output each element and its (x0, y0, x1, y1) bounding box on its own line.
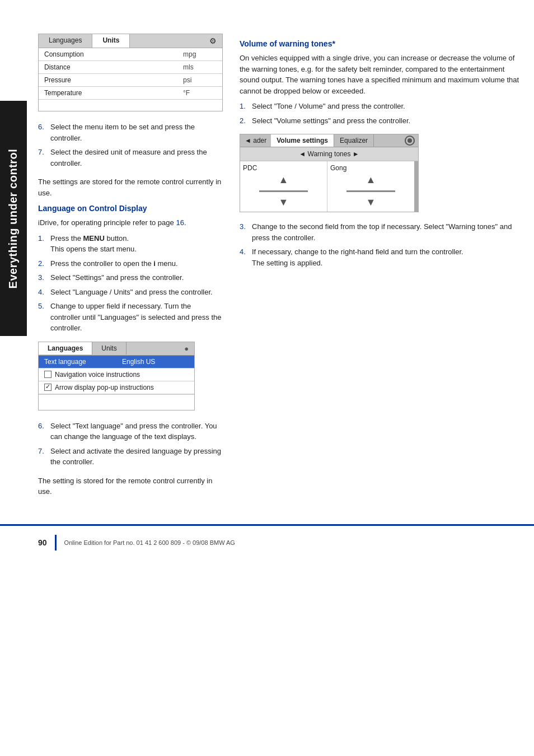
step-text-2: Press the controller to open the i menu. (50, 258, 223, 269)
para-idrive: iDrive, for operating principle refer to… (38, 217, 223, 228)
step-1: 1. Press the MENU button.This opens the … (38, 233, 223, 255)
vol-col-gong: Gong ▲ ▼ (327, 161, 414, 212)
vol-step-num-4: 4. (240, 246, 252, 268)
gong-slider[interactable] (346, 190, 395, 192)
volume-widget: ◄ ader Volume settings Equalizer ◄ Warni… (240, 134, 419, 212)
tab-languages[interactable]: Languages (39, 34, 92, 48)
step-num-5: 5. (38, 301, 50, 334)
gong-down-arrow[interactable]: ▼ (366, 197, 376, 208)
pdc-down-arrow[interactable]: ▼ (279, 197, 289, 208)
step-num-2: 2. (38, 258, 50, 269)
nav-voice-checkbox[interactable] (44, 371, 51, 378)
arrow-display-label: Arrow display pop-up instructions (55, 384, 154, 391)
vol-step-text-3: Change to the second field from the top … (252, 221, 523, 243)
vol-tab-equalizer[interactable]: Equalizer (334, 134, 374, 147)
gong-up-arrow[interactable]: ▲ (366, 174, 376, 186)
left-column: Languages Units ⚙ Consumption mpg Distan… (38, 34, 223, 502)
vol-step-num-3: 3. (240, 221, 252, 243)
lang-row-text-language: Text language English US (39, 356, 194, 368)
step-text-7: Select the desired unit of measure and p… (50, 147, 223, 169)
tab-units[interactable]: Units (92, 34, 130, 48)
step-text-1: Press the MENU button.This opens the sta… (50, 233, 223, 255)
step-lang-num-7: 7. (38, 446, 50, 468)
nav-voice-label: Navigation voice instructions (55, 371, 140, 379)
pdc-label: PDC (243, 164, 257, 172)
vol-step-3: 3. Change to the second field from the t… (240, 221, 523, 243)
step-4: 4. Select "Language / Units" and press t… (38, 287, 223, 298)
para-volume: On vehicles equipped with a single drive… (240, 53, 523, 96)
footer: 90 Online Edition for Part no. 01 41 2 6… (0, 524, 534, 559)
step-num-1: 1. (38, 233, 50, 255)
vol-step-text-1: Select "Tone / Volume" and press the con… (252, 101, 523, 112)
vol-step-text-4: If necessary, change to the right-hand f… (252, 246, 523, 268)
units-widget-header: Languages Units ⚙ (39, 34, 222, 48)
right-column: Volume of warning tones* On vehicles equ… (240, 34, 523, 502)
vol-step-1: 1. Select "Tone / Volume" and press the … (240, 101, 523, 112)
page-number: 90 (38, 538, 47, 547)
units-widget: Languages Units ⚙ Consumption mpg Distan… (38, 34, 223, 111)
bullet-icon: ● (179, 342, 194, 355)
vol-step-num-2: 2. (240, 115, 252, 127)
vol-tab-volume-settings[interactable]: Volume settings (271, 134, 334, 147)
step-3: 3. Select "Settings" and press the contr… (38, 272, 223, 283)
step-num-6: 6. (38, 122, 50, 143)
vol-back-button[interactable]: ◄ ader (240, 134, 271, 147)
arrow-display-checkbox[interactable] (44, 384, 51, 391)
step-lang-7: 7. Select and activate the desired langu… (38, 446, 223, 468)
step-lang-text-7: Select and activate the desired language… (50, 446, 223, 468)
table-row: Distance mls (39, 61, 222, 74)
pdc-up-arrow[interactable]: ▲ (279, 174, 289, 186)
pdc-slider[interactable] (259, 190, 308, 192)
step-5: 5. Change to upper field if necessary. T… (38, 301, 223, 334)
vol-step-num-1: 1. (240, 101, 252, 112)
step-num-3: 3. (38, 272, 50, 283)
step-text-6: Select the menu item to be set and press… (50, 122, 223, 143)
lang-tab-languages[interactable]: Languages (39, 342, 92, 354)
para-stored: The settings are stored for the remote c… (38, 176, 223, 198)
page-link[interactable]: 16 (176, 218, 184, 227)
footer-text: Online Edition for Part no. 01 41 2 600 … (64, 539, 235, 546)
vol-step-2: 2. Select "Volume settings" and press th… (240, 115, 523, 127)
vol-icon (405, 136, 415, 146)
vol-step-text-2: Select "Volume settings" and press the c… (252, 115, 523, 127)
step-text-3: Select "Settings" and press the controll… (50, 272, 223, 283)
steps-lang-6-7: 6. Select "Text language" and press the … (38, 421, 223, 468)
table-row: Consumption mpg (39, 48, 222, 61)
step-2: 2. Press the controller to open the i me… (38, 258, 223, 269)
step-lang-num-6: 6. (38, 421, 50, 442)
vol-step-4: 4. If necessary, change to the right-han… (240, 246, 523, 268)
step-lang-text-6: Select "Text language" and press the con… (50, 421, 223, 442)
step-6: 6. Select the menu item to be set and pr… (38, 122, 223, 143)
section-heading-volume: Volume of warning tones* (240, 39, 523, 48)
gong-label: Gong (330, 164, 346, 172)
lang-tab-units[interactable]: Units (92, 342, 126, 354)
vol-steps-3-4: 3. Change to the second field from the t… (240, 221, 523, 268)
steps-6-7: 6. Select the menu item to be set and pr… (38, 122, 223, 169)
section-heading-language: Language on Control Display (38, 204, 223, 213)
vol-col-pdc: PDC ▲ ▼ (240, 161, 327, 212)
step-num-4: 4. (38, 287, 50, 298)
lang-row-arrow-display: Arrow display pop-up instructions (39, 381, 194, 394)
vol-sub-header: ◄ Warning tones ► (240, 147, 418, 161)
settings-icon: ⚙ (204, 34, 222, 48)
lang-widget-header: Languages Units ● (39, 342, 194, 356)
step-7: 7. Select the desired unit of measure an… (38, 147, 223, 169)
step-text-5: Change to upper field if necessary. Turn… (50, 301, 223, 334)
steps-1-5: 1. Press the MENU button.This opens the … (38, 233, 223, 334)
warning-tones-label: ◄ Warning tones ► (299, 150, 359, 158)
sidebar-label: Everything under control (0, 101, 27, 336)
table-row: Temperature °F (39, 87, 222, 100)
vol-steps-1-2: 1. Select "Tone / Volume" and press the … (240, 101, 523, 126)
vol-body: PDC ▲ ▼ Gong ▲ ▼ (240, 161, 414, 212)
step-lang-6: 6. Select "Text language" and press the … (38, 421, 223, 442)
language-widget: Languages Units ● Text language English … (38, 342, 195, 410)
step-num-7: 7. (38, 147, 50, 169)
sidebar-text: Everything under control (7, 148, 20, 288)
para-stored2: The setting is stored for the remote con… (38, 475, 223, 497)
step-text-4: Select "Language / Units" and press the … (50, 287, 223, 298)
vol-widget-header: ◄ ader Volume settings Equalizer (240, 134, 418, 147)
footer-divider (55, 535, 57, 550)
vol-side-scrollbar (414, 161, 418, 212)
table-row: Pressure psi (39, 74, 222, 87)
lang-row-nav-voice: Navigation voice instructions (39, 368, 194, 381)
